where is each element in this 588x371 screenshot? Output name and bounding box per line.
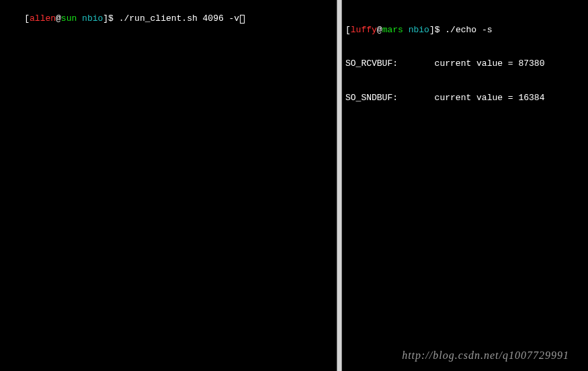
cursor-icon [240,15,245,24]
prompt-at: @ [377,25,382,35]
split-terminal-container: [allen@sun nbio]$ ./run_client.sh 4096 -… [0,0,588,371]
prompt-user: allen [30,13,56,24]
prompt-at: @ [56,13,61,24]
bracket-close: ] [103,13,108,24]
output-line: SO_SNDBUF: current value = 16384 [345,93,585,104]
bracket-close: ] [429,25,435,35]
terminal-right[interactable]: [luffy@mars nbio]$ ./echo -s SO_RCVBUF: … [341,0,588,371]
terminal-left[interactable]: [allen@sun nbio]$ ./run_client.sh 4096 -… [0,0,337,371]
prompt-line-right: [luffy@mars nbio]$ ./echo -s [345,25,585,36]
prompt-dir: nbio [82,13,103,24]
bracket-open: [ [24,13,30,24]
prompt-dir: nbio [409,25,429,35]
prompt-host: mars [382,25,403,35]
prompt-dollar: $ [108,13,119,24]
prompt-dollar: $ [435,25,446,35]
prompt-user: luffy [351,25,377,35]
prompt-left: [allen@sun nbio]$ ./run_client.sh 4096 -… [24,13,245,24]
bracket-open: [ [345,25,351,35]
command-text: ./echo -s [445,25,492,35]
output-line: SO_RCVBUF: current value = 87380 [345,58,585,70]
prompt-host: sun [61,13,77,24]
command-text: ./run_client.sh 4096 -v [119,13,239,24]
